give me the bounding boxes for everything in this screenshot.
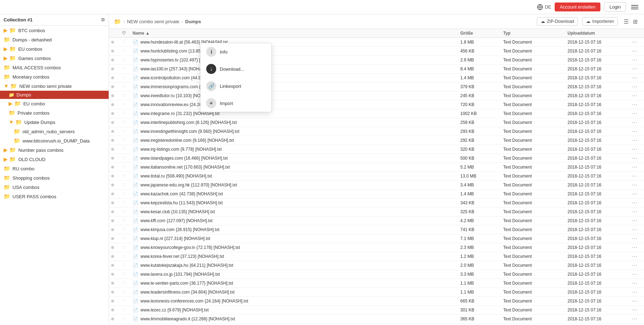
table-row[interactable]: ♡ 📄 www.investingwithinsight.com {9.560}…: [109, 127, 644, 136]
row-favorite[interactable]: ♡: [120, 182, 130, 188]
row-actions[interactable]: ···: [630, 75, 644, 81]
table-row[interactable]: ♡ 📄 www.huntclublisting.com {13.857} [NO…: [109, 47, 644, 56]
row-name[interactable]: 📄 www.immersionprograms.com {11...} [NOH…: [130, 84, 458, 90]
sidebar-item-eu-combo[interactable]: ▶ 📁 EU combo: [0, 99, 109, 108]
grid-view-button[interactable]: ⊞: [631, 18, 639, 26]
table-row[interactable]: ♡ 📄 www.leadersinfitness.com {34.804} [N…: [109, 288, 644, 297]
row-favorite[interactable]: ♡: [120, 156, 130, 161]
table-row[interactable]: ♡ 📄 www.irg-listings.com {9.778} [NOHASH…: [109, 145, 644, 154]
table-row[interactable]: ♡ 📄 www.lavera.co.jp {101.794} [NOHASH].…: [109, 270, 644, 279]
table-row[interactable]: ♡ 📄 www.interlinepublishing.com {8.126} …: [109, 118, 644, 127]
col-name[interactable]: Name ▲: [130, 31, 458, 36]
sidebar-item-monetary[interactable]: 📁 Monetary combos: [0, 72, 109, 81]
sidebar-item-number-pass[interactable]: ▶ 📁 Number pass combos: [0, 145, 109, 155]
row-actions[interactable]: ···: [630, 39, 644, 45]
list-view-button[interactable]: ☰: [622, 18, 630, 26]
context-menu-info[interactable]: ℹ Info: [200, 43, 271, 60]
row-name[interactable]: 📄 www.italiansonline.net {170.663} [NOHA…: [130, 165, 458, 170]
row-actions[interactable]: ···: [630, 66, 644, 72]
row-favorite[interactable]: ♡: [120, 147, 130, 152]
import-button[interactable]: ☁ Importieren: [582, 17, 618, 26]
row-name[interactable]: 📄 www.ineedtutor.ru {10.103} [NOHASH].tx…: [130, 93, 458, 99]
zip-download-button[interactable]: ☁ ZIP-Download: [537, 17, 578, 26]
row-name[interactable]: 📄 www.irg-listings.com {9.778} [NOHASH].…: [130, 147, 458, 152]
row-actions[interactable]: ···: [630, 182, 644, 188]
row-name[interactable]: 📄 www.kesar.club {10.135} [NOHASH].txt: [130, 209, 458, 215]
row-name[interactable]: 📄 www.kazachok.com {42.738} [NOHASH].txt: [130, 191, 458, 197]
row-name[interactable]: 📄 www.knowyourcollege-gov.in {72.178} [N…: [130, 245, 458, 250]
table-row[interactable]: ♡ 📄 www.listfire.com {220.769} [NOHASH].…: [109, 324, 644, 325]
sidebar-item-games[interactable]: ▶ 📁 Games combos: [0, 54, 109, 63]
row-name[interactable]: 📄 www.limmobiliareagrado.it {12.288} [NO…: [130, 316, 458, 322]
table-row[interactable]: ♡ 📄 www.knowyourcollege-gov.in {72.178} …: [109, 243, 644, 252]
row-actions[interactable]: ···: [630, 218, 644, 224]
breadcrumb-home-icon[interactable]: 📁: [114, 18, 121, 25]
row-name[interactable]: 📄 www.islandpages.com {16.466} [NOHASH].…: [130, 156, 458, 161]
row-actions[interactable]: ···: [630, 289, 644, 295]
row-name[interactable]: 📄 www.lavera.co.jp {101.794} [NOHASH].tx…: [130, 272, 458, 277]
context-menu-linkexport[interactable]: 🔗 Linkexport: [200, 78, 271, 95]
row-favorite[interactable]: ♡: [120, 93, 130, 98]
row-actions[interactable]: ···: [630, 226, 644, 233]
row-favorite[interactable]: ♡: [120, 272, 130, 277]
sidebar-item-usa[interactable]: 📁 USA combos: [0, 182, 109, 192]
row-name[interactable]: 📄 www.iregisteredonline.com {9.166} [NOH…: [130, 138, 458, 143]
row-name[interactable]: 📄 www.innovationreview.eu {24.269} [NOHA…: [130, 102, 458, 108]
table-row[interactable]: ♡ 📄 www.innovationreview.eu {24.269} [NO…: [109, 100, 644, 109]
row-actions[interactable]: ···: [630, 307, 644, 313]
row-name[interactable]: 📄 www.lezec.cz {9.679} [NOHASH].txt: [130, 308, 458, 313]
sidebar-item-old-cloud[interactable]: ▶ 📁 OLD CLOUD: [0, 155, 109, 164]
row-favorite[interactable]: ♡: [120, 75, 130, 80]
row-favorite[interactable]: ♡: [120, 102, 130, 107]
sidebar-item-eu-combos[interactable]: ▶ 📁 EU combos: [0, 44, 109, 54]
table-row[interactable]: ♡ 📄 www.lexisnexis-conferences.com {24.1…: [109, 297, 644, 306]
sidebar-item-dumps[interactable]: 📁 Dumps: [0, 91, 109, 99]
row-name[interactable]: 📄 www.klup.nl {227.314} [NOHASH].txt: [130, 236, 458, 241]
row-favorite[interactable]: ♡: [120, 200, 130, 205]
row-name[interactable]: 📄 www.kimjusa.com {26.915} [NOHASH].txt: [130, 227, 458, 232]
sidebar-item-ru-combo[interactable]: 📁 RU combo: [0, 164, 109, 173]
row-name[interactable]: 📄 www.hypnoseries.tv {102.497} [NOHASH].…: [130, 58, 458, 63]
row-name[interactable]: 📄 www.kutatokejszakaja.hu {64.211} [NOHA…: [130, 263, 458, 268]
breadcrumb-part2[interactable]: Dumps: [185, 19, 201, 24]
table-row[interactable]: ♡ 📄 www.integrame.ro {31.232} [NOHASH].t…: [109, 109, 644, 118]
table-row[interactable]: ♡ 📄 www.icontrolpollution.com {44.94} [N…: [109, 74, 644, 82]
row-favorite[interactable]: ♡: [120, 290, 130, 295]
table-row[interactable]: ♡ 📄 www.lezec.cz {9.679} [NOHASH].txt 30…: [109, 306, 644, 315]
row-actions[interactable]: ···: [630, 298, 644, 304]
row-name[interactable]: 📄 www.lexisnexis-conferences.com {24.164…: [130, 299, 458, 304]
context-menu-import[interactable]: + Import: [200, 95, 271, 112]
table-row[interactable]: ♡ 📄 www.kutatokejszakaja.hu {64.211} [NO…: [109, 261, 644, 270]
row-actions[interactable]: ···: [630, 110, 644, 117]
row-favorite[interactable]: ♡: [120, 84, 130, 89]
table-row[interactable]: ♡ 📄 www.ias100.in {257.343} [NOHASH].txt…: [109, 65, 644, 74]
table-row[interactable]: ♡ 📄 www.kimjusa.com {26.915} [NOHASH].tx…: [109, 225, 644, 234]
table-row[interactable]: ♡ 📄 www.itotal.ru {508.490} [NOHASH].txt…: [109, 172, 644, 181]
row-actions[interactable]: ···: [630, 235, 644, 242]
sidebar-item-shopping[interactable]: 📁 Shopping combos: [0, 173, 109, 182]
table-row[interactable]: ♡ 📄 www.hundesalon-lili.at {56.463} [NOH…: [109, 38, 644, 47]
row-name[interactable]: 📄 www.ias100.in {257.343} [NOHASH].txt: [130, 66, 458, 72]
row-favorite[interactable]: ♡: [120, 299, 130, 304]
row-favorite[interactable]: ♡: [120, 66, 130, 71]
row-favorite[interactable]: ♡: [120, 209, 130, 214]
row-name[interactable]: 📄 www.kepzeslista.hu {11.543} [NOHASH].t…: [130, 200, 458, 206]
row-favorite[interactable]: ♡: [120, 174, 130, 179]
table-row[interactable]: ♡ 📄 www.hypnoseries.tv {102.497} [NOHASH…: [109, 56, 644, 65]
row-favorite[interactable]: ♡: [120, 254, 130, 259]
row-actions[interactable]: ···: [630, 316, 644, 322]
row-actions[interactable]: ···: [630, 164, 644, 170]
menu-button[interactable]: [630, 4, 640, 11]
breadcrumb-part1[interactable]: NEW combo semi private: [127, 19, 179, 24]
row-favorite[interactable]: ♡: [120, 227, 130, 232]
table-row[interactable]: ♡ 📄 www.korea-fever.net {37.123} [NOHASH…: [109, 252, 644, 261]
sidebar-item-bitcoin-rush[interactable]: 📁 www.bitcoinrush.io_DUMP_Data: [0, 136, 109, 145]
col-size[interactable]: Größe: [458, 31, 501, 36]
row-favorite[interactable]: ♡: [120, 138, 130, 143]
sidebar-item-update-dumps[interactable]: ▼ 📁 Update Dumps: [0, 118, 109, 127]
row-actions[interactable]: ···: [630, 200, 644, 206]
row-actions[interactable]: ···: [630, 128, 644, 135]
row-actions[interactable]: ···: [630, 244, 644, 251]
table-row[interactable]: ♡ 📄 www.ineedtutor.ru {10.103} [NOHASH].…: [109, 91, 644, 100]
sidebar-item-user-pass[interactable]: 📁 USER PASS combos: [0, 192, 109, 201]
